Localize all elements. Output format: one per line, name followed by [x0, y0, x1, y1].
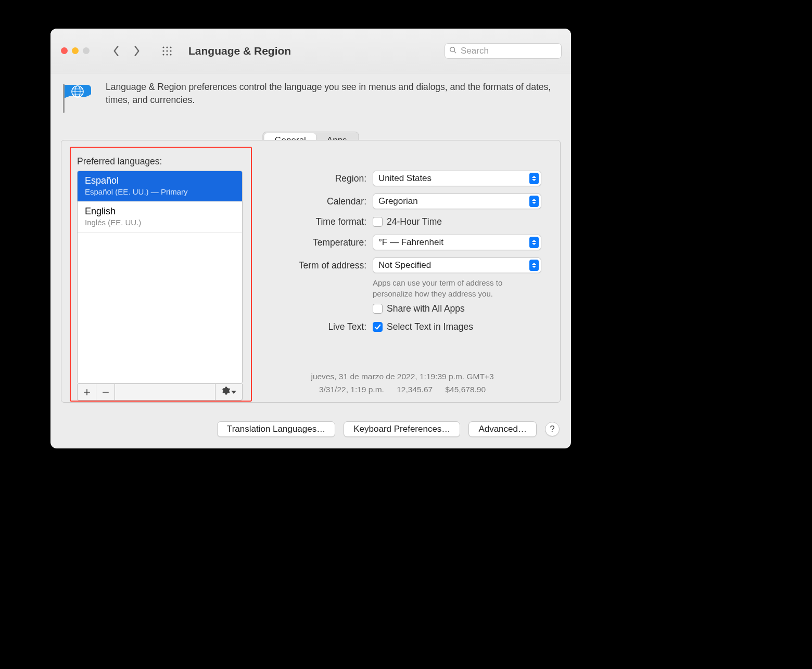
settings-column: Region: United States Calendar: Gregoria…: [263, 171, 541, 340]
footer-buttons: Translation Languages… Keyboard Preferen…: [217, 421, 560, 437]
24hour-label: 24-Hour Time: [387, 216, 442, 227]
language-item[interactable]: English Inglés (EE. UU.): [78, 202, 242, 233]
forward-button[interactable]: [128, 43, 146, 59]
stepper-icon: [529, 196, 539, 207]
maximize-button[interactable]: [83, 47, 90, 54]
advanced-button[interactable]: Advanced…: [468, 421, 537, 437]
share-label: Share with All Apps: [387, 303, 465, 314]
back-button[interactable]: [107, 43, 125, 59]
svg-line-10: [454, 51, 456, 53]
svg-rect-16: [63, 84, 65, 113]
languages-list[interactable]: Español Español (EE. UU.) — Primary Engl…: [77, 171, 243, 384]
nav-buttons: [107, 43, 146, 59]
calendar-dropdown[interactable]: Gregorian: [373, 194, 541, 209]
remove-language-button[interactable]: [96, 384, 115, 400]
translation-languages-button[interactable]: Translation Languages…: [217, 421, 335, 437]
content-area: Language & Region preferences control th…: [50, 73, 571, 448]
titlebar: Language & Region: [50, 29, 571, 73]
search-input[interactable]: [460, 45, 557, 57]
search-icon: [449, 46, 456, 56]
stepper-icon: [529, 173, 539, 184]
term-hint: Apps can use your term of address to per…: [373, 277, 541, 299]
close-button[interactable]: [61, 47, 68, 54]
svg-point-1: [166, 46, 168, 48]
livetext-label: Live Text:: [263, 321, 373, 332]
region-row: Region: United States: [263, 171, 541, 186]
intro: Language & Region preferences control th…: [61, 81, 561, 116]
language-sub: Español (EE. UU.) — Primary: [85, 187, 235, 196]
24hour-checkbox[interactable]: [373, 217, 383, 227]
language-name: Español: [85, 175, 235, 186]
preferred-languages-label: Preferred languages:: [77, 156, 162, 167]
intro-text: Language & Region preferences control th…: [106, 81, 553, 107]
language-item-primary[interactable]: Español Español (EE. UU.) — Primary: [78, 171, 242, 202]
temperature-value: °F — Fahrenheit: [378, 237, 443, 248]
calendar-label: Calendar:: [263, 196, 373, 207]
svg-point-5: [170, 50, 171, 52]
share-checkbox[interactable]: [373, 304, 383, 314]
preferences-window: Language & Region Language &: [50, 29, 571, 448]
svg-point-3: [162, 50, 164, 52]
region-value: United States: [378, 173, 432, 184]
globe-flag-icon: [61, 81, 96, 116]
svg-point-8: [170, 54, 171, 55]
livetext-checkbox[interactable]: [373, 322, 383, 332]
gear-icon: [222, 387, 230, 397]
minimize-button[interactable]: [72, 47, 79, 54]
traffic-lights: [61, 47, 90, 54]
term-value: Not Specified: [378, 260, 431, 271]
temperature-row: Temperature: °F — Fahrenheit: [263, 235, 541, 250]
format-sample: jueves, 31 de marzo de 2022, 1:19:39 p.m…: [263, 370, 541, 396]
share-row: Share with All Apps: [263, 303, 541, 314]
languages-toolbar: [77, 384, 243, 401]
region-dropdown[interactable]: United States: [373, 171, 541, 186]
term-row: Term of address: Not Specified: [263, 258, 541, 273]
stepper-icon: [529, 237, 539, 248]
timeformat-label: Time format:: [263, 216, 373, 227]
window-title: Language & Region: [188, 45, 291, 57]
svg-point-6: [162, 54, 164, 55]
livetext-row: Live Text: Select Text in Images: [263, 321, 541, 332]
svg-point-7: [166, 54, 168, 55]
svg-point-2: [170, 46, 171, 48]
sample-line1: jueves, 31 de marzo de 2022, 1:19:39 p.m…: [263, 370, 541, 383]
language-name: English: [85, 206, 235, 217]
temperature-dropdown[interactable]: °F — Fahrenheit: [373, 235, 541, 250]
svg-point-4: [166, 50, 168, 52]
chevron-down-icon: [231, 391, 236, 394]
calendar-row: Calendar: Gregorian: [263, 194, 541, 209]
calendar-value: Gregorian: [378, 196, 418, 207]
temperature-label: Temperature:: [263, 237, 373, 248]
language-sub: Inglés (EE. UU.): [85, 218, 235, 227]
sample-date: 3/31/22, 1:19 p.m.: [319, 383, 384, 396]
region-label: Region:: [263, 173, 373, 184]
add-language-button[interactable]: [78, 384, 96, 400]
sample-currency: $45,678.90: [445, 383, 486, 396]
svg-point-9: [450, 47, 455, 52]
term-label: Term of address:: [263, 260, 373, 271]
svg-point-0: [162, 46, 164, 48]
language-actions-menu[interactable]: [215, 384, 242, 400]
timeformat-row: Time format: 24-Hour Time: [263, 216, 541, 227]
search-field-wrap[interactable]: [445, 43, 562, 59]
show-all-button[interactable]: [159, 43, 175, 59]
main-panel: Preferred languages: Español Español (EE…: [61, 140, 561, 403]
livetext-checkbox-label: Select Text in Images: [387, 321, 473, 332]
stepper-icon: [529, 260, 539, 271]
help-button[interactable]: ?: [545, 422, 560, 436]
keyboard-preferences-button[interactable]: Keyboard Preferences…: [344, 421, 460, 437]
term-dropdown[interactable]: Not Specified: [373, 258, 541, 273]
sample-number: 12,345.67: [397, 383, 433, 396]
